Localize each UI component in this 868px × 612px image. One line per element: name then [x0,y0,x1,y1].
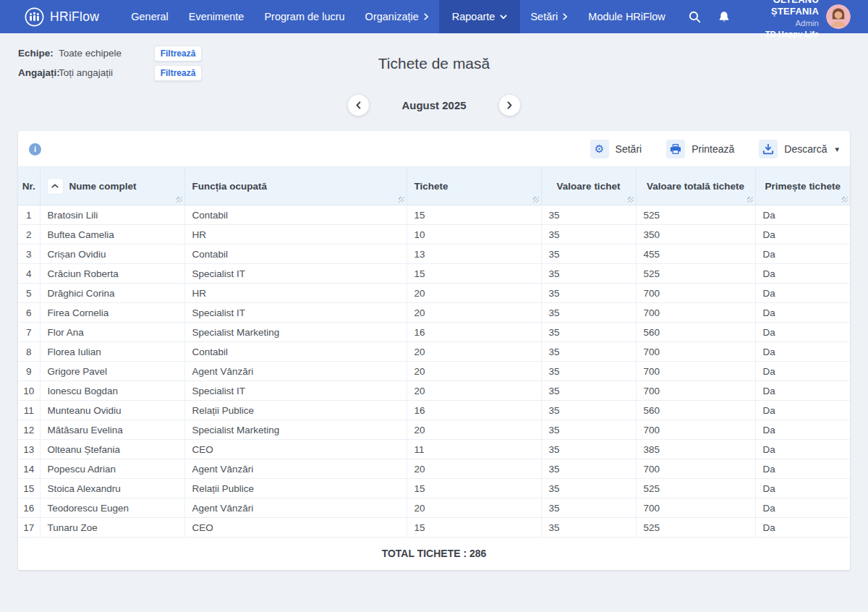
nav-item-general[interactable]: General [121,0,179,33]
ticket-value-cell: 35 [541,440,636,459]
ticket-value-cell: 35 [541,323,636,342]
column-header-nr[interactable]: Nr. [18,167,40,205]
sort-ascending-icon[interactable] [48,179,63,194]
brand-name: HRiFlow [50,9,99,25]
employee-name-cell: Olteanu Ștefania [40,440,184,459]
table-row: 3 Crișan Ovidiu Contabil 13 35 455 Da [18,245,850,264]
total-value-cell: 525 [636,518,755,537]
filter-row-teams: Echipe: Toate echipele Filtrează [18,43,202,63]
tickets-count-cell: 20 [407,342,541,362]
column-header-total-value[interactable]: Valoare totală tichete [636,167,755,205]
total-value-cell: 700 [636,362,755,381]
user-name: OLTEANU ȘTEFANIA [749,0,819,18]
notifications-bell-icon[interactable] [710,0,739,33]
chevron-right-icon [424,13,429,20]
nav-item-program-de-lucru[interactable]: Program de lucru [254,0,354,33]
filter-row-employees: Angajați: Toți angajații Filtrează [18,63,202,82]
total-value-cell: 700 [636,303,755,323]
row-number-cell: 7 [18,323,40,342]
receives-tickets-cell: Da [755,225,850,245]
avatar[interactable] [826,4,851,29]
ticket-value-cell: 35 [541,479,636,498]
nav-item-organizatie[interactable]: Organizație [355,0,439,33]
employee-name-cell: Firea Cornelia [40,303,184,323]
column-header-role[interactable]: Funcția ocupată [184,167,407,205]
table-row: 17 Tunaru Zoe CEO 15 35 525 Da [18,518,850,537]
row-number-cell: 11 [18,401,40,420]
caret-down-icon: ▾ [835,145,839,154]
total-value-cell: 385 [636,440,755,459]
row-number-cell: 16 [18,498,40,518]
employee-name-cell: Popescu Adrian [40,459,184,479]
table-row: 9 Grigore Pavel Agent Vânzări 20 35 700 … [18,362,850,381]
column-header-tickets[interactable]: Tichete [407,167,541,205]
toolbar-actions: ⚙ Setări Printează [566,140,839,158]
row-number-cell: 13 [18,440,40,459]
user-menu[interactable]: OLTEANU ȘTEFANIA Admin TD Happy Life [749,0,868,33]
ticket-value-cell: 35 [541,498,636,518]
table-row: 12 Mătăsaru Evelina Specialist Marketing… [18,420,850,440]
tickets-count-cell: 20 [407,498,541,518]
print-button[interactable]: Printează [666,140,734,158]
previous-month-button[interactable] [348,95,369,116]
settings-button[interactable]: ⚙ Setări [590,140,642,158]
next-month-button[interactable] [499,95,520,116]
tickets-count-cell: 11 [407,440,541,459]
nav-item-rapoarte[interactable]: Rapoarte [439,0,521,33]
table-row: 13 Olteanu Ștefania CEO 11 35 385 Da [18,440,850,459]
row-number-cell: 5 [18,284,40,303]
tickets-count-cell: 20 [407,381,541,401]
column-header-ticket-value[interactable]: Valoare tichet [541,167,636,205]
printer-icon [666,140,685,158]
ticket-value-cell: 35 [541,264,636,284]
receives-tickets-cell: Da [755,284,850,303]
tickets-count-cell: 15 [407,264,541,284]
download-button[interactable]: Descarcă ▾ [759,140,839,158]
role-cell: Specialist Marketing [184,323,407,342]
total-value-cell: 700 [636,420,755,440]
tickets-count-cell: 15 [407,205,541,225]
ticket-value-cell: 35 [541,205,636,225]
total-value-cell: 560 [636,323,755,342]
receives-tickets-cell: Da [755,479,850,498]
tickets-count-cell: 13 [407,245,541,264]
employees-filter-button[interactable]: Filtrează [154,65,202,81]
total-value-cell: 700 [636,498,755,518]
table-row: 15 Stoica Alexandru Relații Publice 15 3… [18,479,850,498]
total-value-cell: 525 [636,264,755,284]
employee-name-cell: Tunaru Zoe [40,518,184,537]
role-cell: Specialist IT [184,381,407,401]
ticket-value-cell: 35 [541,420,636,440]
role-cell: Agent Vânzări [184,459,407,479]
receives-tickets-cell: Da [755,381,850,401]
month-navigation: August 2025 [0,95,868,116]
receives-tickets-cell: Da [755,323,850,342]
employee-name-cell: Grigore Pavel [40,362,184,381]
ticket-value-cell: 35 [541,401,636,420]
total-value-cell: 560 [636,401,755,420]
role-cell: Contabil [184,342,407,362]
employee-name-cell: Mătăsaru Evelina [40,420,184,440]
table-row: 2 Buftea Camelia HR 10 35 350 Da [18,225,850,245]
download-icon [759,140,778,158]
table-row: 16 Teodorescu Eugen Agent Vânzări 20 35 … [18,498,850,518]
info-icon[interactable]: i [29,143,41,156]
receives-tickets-cell: Da [755,459,850,479]
role-cell: Specialist IT [184,264,407,284]
nav-item-setari[interactable]: Setări [520,0,578,33]
nav-item-evenimente[interactable]: Evenimente [179,0,255,33]
receives-tickets-cell: Da [755,401,850,420]
column-header-name[interactable]: Nume complet [40,167,184,205]
nav-item-module-hriflow[interactable]: Module HRiFlow [578,0,675,33]
tickets-count-cell: 20 [407,303,541,323]
table-row: 1 Bratosin Lili Contabil 15 35 525 Da [18,205,850,225]
table-toolbar: i ⚙ Setări Printează [18,131,850,166]
column-header-receives[interactable]: Primește tichete [755,167,850,205]
search-icon[interactable] [680,0,710,33]
app-logo[interactable]: HRiFlow [0,0,121,33]
total-value-cell: 350 [636,225,755,245]
ticket-value-cell: 35 [541,284,636,303]
teams-filter-button[interactable]: Filtrează [154,46,202,61]
receives-tickets-cell: Da [755,205,850,225]
row-number-cell: 3 [18,245,40,264]
